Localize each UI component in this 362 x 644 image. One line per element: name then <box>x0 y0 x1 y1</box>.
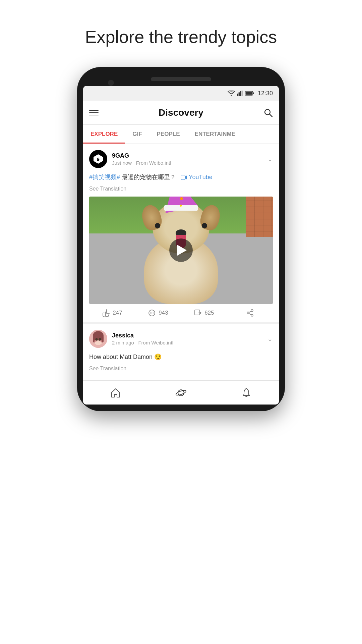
tabs-container: EXPLORE GIF PEOPLE ENTERTAINME <box>83 125 279 144</box>
bottom-nav <box>83 380 279 405</box>
phone-camera <box>108 80 114 86</box>
post-image[interactable] <box>89 197 273 304</box>
tab-entertainment[interactable]: ENTERTAINME <box>187 125 243 144</box>
svg-text:9: 9 <box>97 157 100 162</box>
avatar-jessica <box>89 330 107 348</box>
post-text: #搞笑视频# 最逗的宠物在哪里？ YouTube <box>89 173 273 182</box>
bell-icon <box>242 388 251 398</box>
see-translation[interactable]: See Translation <box>89 186 273 192</box>
hat-dot-1 <box>180 197 183 200</box>
post-meta: 9GAG Just now From Weibo.intl <box>112 152 267 166</box>
dog-eye-left <box>155 223 160 228</box>
svg-rect-2 <box>240 91 241 96</box>
video-icon <box>181 175 187 180</box>
post-author: 9GAG <box>112 152 267 159</box>
post-header-2: Jessica 2 min ago From Weibo.intl ⌄ <box>89 330 273 348</box>
play-triangle-icon <box>177 245 187 256</box>
post-meta-2: Jessica 2 min ago From Weibo.intl <box>112 332 267 345</box>
tab-people[interactable]: PEOPLE <box>149 125 187 144</box>
share-icon <box>246 309 254 317</box>
comment-action[interactable]: 943 <box>135 309 181 317</box>
phone-screen: 12:30 Discovery EXPLORE GIF <box>83 86 279 405</box>
repost-icon <box>194 309 202 317</box>
dog-eye-right <box>202 223 207 228</box>
svg-point-19 <box>247 312 249 314</box>
tab-gif[interactable]: GIF <box>125 125 149 144</box>
nav-notifications[interactable] <box>214 388 279 398</box>
status-time: 12:30 <box>258 90 273 97</box>
svg-rect-3 <box>241 91 243 96</box>
svg-point-33 <box>176 389 186 396</box>
svg-point-13 <box>150 313 151 314</box>
svg-rect-11 <box>181 175 185 180</box>
comment-count: 943 <box>159 310 168 316</box>
page-title: Explore the trendy topics <box>85 27 277 47</box>
hat-dot-3 <box>180 205 182 207</box>
svg-point-31 <box>100 340 102 342</box>
avatar: 9 <box>89 150 107 168</box>
svg-point-14 <box>152 313 153 314</box>
like-action[interactable]: 247 <box>89 309 135 317</box>
signal-icon <box>237 91 243 96</box>
app-header: Discovery <box>83 101 279 125</box>
planet-icon <box>176 388 186 397</box>
comment-icon <box>148 309 156 317</box>
svg-rect-5 <box>245 92 252 95</box>
youtube-link[interactable]: YouTube <box>189 174 213 180</box>
status-bar: 12:30 <box>83 86 279 101</box>
phone-frame: 12:30 Discovery EXPLORE GIF <box>77 67 285 411</box>
thumbs-up-icon <box>102 309 110 317</box>
brick-wall <box>246 197 273 237</box>
svg-rect-0 <box>237 94 238 96</box>
svg-point-15 <box>153 313 154 314</box>
post-info-2: 2 min ago From Weibo.intl <box>112 340 267 345</box>
see-translation-2[interactable]: See Translation <box>89 366 273 372</box>
svg-line-21 <box>249 311 251 312</box>
svg-point-20 <box>251 314 253 316</box>
nav-discover[interactable] <box>148 388 214 397</box>
svg-rect-16 <box>195 310 200 315</box>
post-card-2: Jessica 2 min ago From Weibo.intl ⌄ How … <box>83 324 279 380</box>
search-icon[interactable] <box>263 108 273 117</box>
hamburger-icon[interactable] <box>89 110 99 115</box>
status-icons: 12:30 <box>228 90 273 97</box>
post-text-2: How about Matt Damon 😏 <box>89 353 273 362</box>
svg-line-8 <box>269 114 272 117</box>
app-title: Discovery <box>99 107 263 118</box>
chevron-down-icon[interactable]: ⌄ <box>267 155 273 163</box>
nav-home[interactable] <box>83 388 148 397</box>
post-info: Just now From Weibo.intl <box>112 160 267 166</box>
hashtag-text[interactable]: #搞笑视频# <box>89 174 120 180</box>
feed: 9 9GAG Just now From Weibo.intl ⌄ <box>83 144 279 380</box>
like-count: 247 <box>113 310 122 316</box>
tab-explore[interactable]: EXPLORE <box>83 125 125 144</box>
repost-action[interactable]: 625 <box>181 309 227 317</box>
svg-rect-1 <box>239 92 240 96</box>
post-actions: 247 943 <box>89 304 273 322</box>
svg-point-18 <box>251 310 253 312</box>
wifi-icon <box>228 91 235 96</box>
share-action[interactable] <box>227 309 273 317</box>
svg-rect-6 <box>253 93 254 94</box>
svg-point-30 <box>94 340 97 342</box>
share-count: 625 <box>204 310 214 316</box>
phone-speaker <box>151 77 211 81</box>
battery-icon <box>245 91 254 96</box>
svg-line-22 <box>249 313 251 315</box>
play-button[interactable] <box>169 238 193 262</box>
post-header: 9 9GAG Just now From Weibo.intl ⌄ <box>89 150 273 168</box>
post-author-2: Jessica <box>112 332 267 339</box>
home-icon <box>111 388 121 397</box>
post-card: 9 9GAG Just now From Weibo.intl ⌄ <box>83 144 279 324</box>
chevron-down-icon-2[interactable]: ⌄ <box>267 335 273 343</box>
